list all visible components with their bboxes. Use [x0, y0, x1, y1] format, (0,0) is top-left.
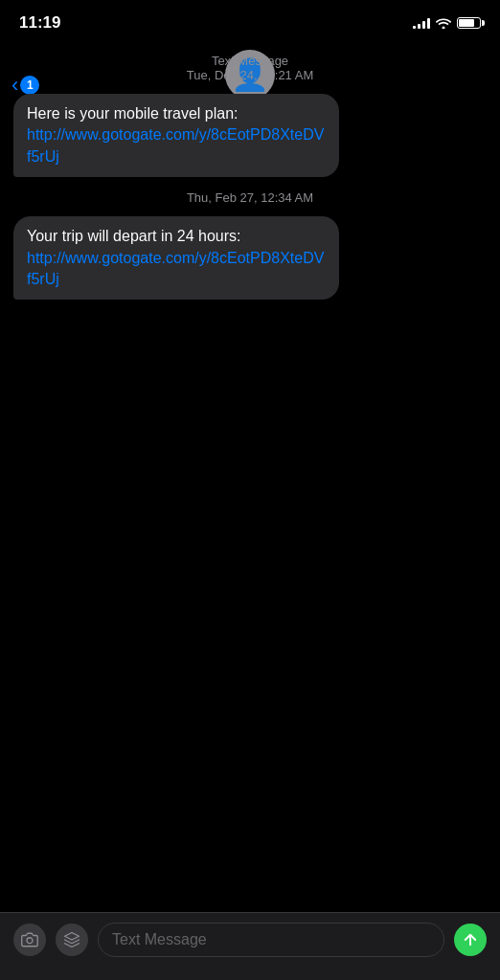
- send-icon: [462, 931, 479, 948]
- status-icons: [413, 17, 481, 29]
- send-button[interactable]: [454, 924, 487, 956]
- message-link-1[interactable]: http://www.gotogate.com/y/8cEotPD8XteDVf…: [27, 126, 324, 164]
- status-bar: 11:19: [0, 0, 500, 42]
- message-text-2: Your trip will depart in 24 hours: http:…: [27, 228, 324, 287]
- message-bubble-container-1: Here is your mobile travel plan: http://…: [0, 92, 500, 179]
- camera-button[interactable]: [13, 924, 46, 956]
- message-date-label-1: Tue, Dec 24, 11:21 AM: [0, 68, 500, 82]
- wifi-icon: [436, 17, 451, 29]
- battery-icon: [457, 17, 481, 29]
- text-input-placeholder: Text Message: [112, 931, 207, 948]
- messages-area: Text Message Tue, Dec 24, 11:21 AM Here …: [0, 42, 500, 900]
- camera-icon: [21, 931, 38, 948]
- message-text-1: Here is your mobile travel plan: http://…: [27, 105, 324, 165]
- signal-icon: [413, 17, 430, 29]
- text-input-field[interactable]: Text Message: [98, 923, 444, 957]
- input-bar: Text Message: [0, 912, 500, 980]
- status-time: 11:19: [19, 13, 60, 33]
- message-source-label-1: Text Message: [0, 54, 500, 68]
- message-bubble-2: Your trip will depart in 24 hours: http:…: [13, 216, 339, 300]
- app-store-icon: [63, 931, 80, 948]
- message-link-2[interactable]: http://www.gotogate.com/y/8cEotPD8XteDVf…: [27, 250, 324, 287]
- app-store-button[interactable]: [56, 924, 88, 956]
- message-group-1-header: Text Message Tue, Dec 24, 11:21 AM: [0, 54, 500, 82]
- message-date-label-2: Thu, Feb 27, 12:34 AM: [0, 190, 500, 205]
- message-bubble-container-2: Your trip will depart in 24 hours: http:…: [0, 214, 500, 301]
- message-group-2-header: Thu, Feb 27, 12:34 AM: [0, 190, 500, 205]
- message-bubble-1: Here is your mobile travel plan: http://…: [13, 94, 339, 177]
- svg-point-0: [27, 938, 33, 944]
